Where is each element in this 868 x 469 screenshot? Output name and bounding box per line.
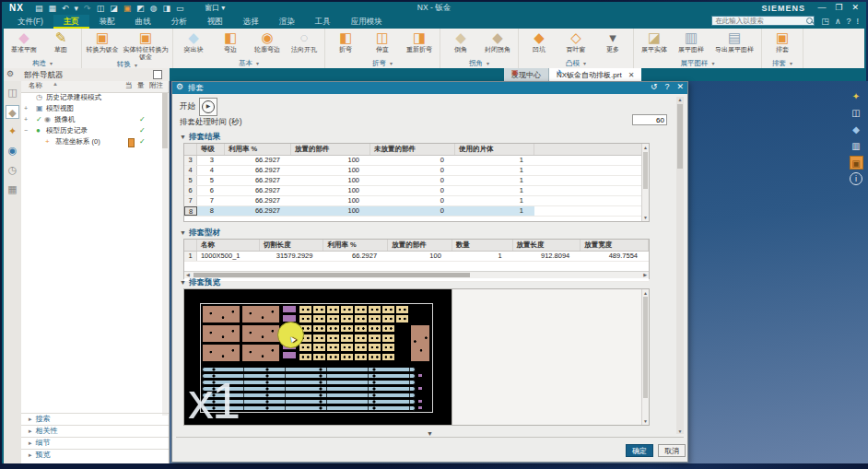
ribbon-button-1-2[interactable]: ✎草图 (43, 29, 78, 53)
ribbon-button-4-1[interactable]: ◧折弯 (328, 29, 363, 53)
dialog-scrollbar[interactable]: ▲▼ (676, 97, 684, 434)
ribbon-button-3-2[interactable]: ◧弯边 (213, 29, 248, 53)
part-navigator-icon[interactable]: ◆ (6, 105, 19, 119)
preview-scrollbar[interactable]: ▲▼ (641, 289, 649, 425)
ribbon-button-6-1[interactable]: ◆凹坑 (522, 29, 557, 53)
table-scrollbar[interactable]: ▲▼ (641, 144, 649, 221)
column-header[interactable]: 放置的部件 (388, 240, 452, 251)
tree-row-5[interactable]: +基准坐标系 (0)✓ (21, 136, 169, 147)
results-section-header[interactable]: ▼排套结果 (180, 132, 220, 143)
dialog-titlebar[interactable]: ⚙ 排套 ↺ ? ✕ (172, 82, 687, 94)
document-tab-2[interactable]: ✈NX钣金自动排板.prt✕ (549, 68, 641, 81)
minimize-button[interactable]: — (817, 3, 826, 12)
constraint-navigator-icon[interactable]: ✦ (6, 124, 19, 138)
nesting-panel-icon[interactable]: ▣ (850, 156, 863, 170)
navigator-section-3[interactable]: ▸细节 (21, 437, 169, 449)
ribbon-button-7-3[interactable]: ▤导出展平图样 (710, 29, 758, 53)
ribbon-button-5-2[interactable]: ◆封闭拐角 (480, 29, 515, 53)
navigator-section-2[interactable]: ▸相关性 (21, 425, 169, 437)
column-header[interactable]: 未放置的部件 (370, 144, 455, 155)
group-dialog-launcher-icon[interactable]: ▾ (50, 60, 53, 66)
gear-icon[interactable]: ⚙ (6, 69, 14, 78)
expand-icon[interactable]: ◳ (821, 17, 829, 26)
ok-button[interactable]: 确定 (626, 444, 653, 457)
preview-section-header[interactable]: ▼排套预览 (180, 277, 220, 288)
navigator-section-4[interactable]: ▸预览 (21, 449, 169, 461)
menu-tab-9[interactable]: 工具 (305, 15, 341, 29)
effects-icon[interactable]: ✦ (850, 89, 863, 103)
cancel-button[interactable]: 取消 (658, 444, 686, 457)
tree-expander-icon[interactable]: + (24, 103, 31, 114)
tab-close-icon[interactable]: ✕ (628, 71, 635, 79)
web-browser-icon[interactable]: ◉ (6, 144, 19, 158)
profiles-section-header[interactable]: ▼排套型材 (180, 228, 220, 239)
command-search-input[interactable] (711, 16, 815, 26)
help-icon[interactable]: ? (846, 17, 850, 26)
alert-icon[interactable]: ! (856, 17, 859, 26)
minimize-ribbon-icon[interactable]: ∧ (835, 17, 841, 26)
group-dialog-launcher-icon[interactable]: ▾ (390, 60, 393, 66)
dialog-help-button[interactable]: ? (664, 82, 669, 91)
column-header[interactable]: 利用率 % (323, 240, 388, 251)
column-header[interactable]: 等级 (197, 144, 225, 155)
table-row[interactable]: 6666.292710001 (184, 186, 649, 196)
document-tab-1[interactable]: ▣发现中心 (504, 68, 549, 81)
table-row[interactable]: 3366.292710001 (184, 156, 649, 166)
ribbon-button-3-1[interactable]: ◆突出块 (176, 29, 211, 53)
ribbon-button-5-1[interactable]: ◆倒角 (443, 29, 478, 53)
menu-tab-7[interactable]: 选择 (233, 15, 269, 29)
group-dialog-launcher-icon[interactable]: ▾ (135, 62, 137, 68)
column-header[interactable]: 数量 (452, 240, 513, 251)
profiles-table[interactable]: 名称切割长度利用率 %放置的部件数量放置长度放置宽度11000X500_1315… (183, 239, 650, 279)
ribbon-button-3-4[interactable]: ◌法向开孔 (287, 29, 322, 53)
group-dialog-launcher-icon[interactable]: ▾ (583, 60, 586, 66)
info-icon[interactable]: i (850, 172, 862, 185)
menu-tab-5[interactable]: 分析 (161, 15, 197, 29)
graphics-window[interactable]: ✦◫◆▥▣i ⚙ 排套 ↺ ? ✕ 开始 ▶ 排套处理时间 (秒) (170, 81, 868, 463)
ribbon-button-6-3[interactable]: ▾更多 (595, 29, 630, 53)
results-table[interactable]: 等级利用率 %放置的部件未放置的部件使用的片体3366.292710001446… (183, 143, 650, 222)
column-header[interactable]: 切割长度 (260, 240, 324, 251)
menu-tab-1[interactable]: 文件(F) (7, 15, 53, 29)
menu-tab-6[interactable]: 视图 (197, 15, 233, 29)
tree-row-3[interactable]: +✓◉摄像机✓ (21, 114, 169, 125)
dialog-collapse-chevron[interactable]: ▼ (172, 430, 687, 437)
group-dialog-launcher-icon[interactable]: ▾ (487, 60, 489, 66)
nesting-preview[interactable]: ▲ x1 ▲▼ (183, 288, 650, 426)
tree-expander-icon[interactable]: + (24, 114, 31, 125)
column-header[interactable]: 利用率 % (225, 144, 291, 155)
table-row[interactable]: 4466.292710001 (184, 166, 649, 176)
ribbon-button-2-1[interactable]: ▣转换为钣金 (85, 29, 120, 53)
time-input[interactable] (632, 114, 667, 125)
menu-tab-10[interactable]: 应用模块 (341, 15, 393, 29)
undock-icon[interactable] (153, 70, 162, 79)
preview-canvas[interactable]: ▲ x1 (184, 289, 452, 425)
column-header[interactable]: 放置的部件 (291, 144, 370, 155)
table-row[interactable]: 5566.292710001 (184, 176, 649, 186)
navigator-section-1[interactable]: ▸搜索 (21, 413, 169, 425)
ribbon-button-7-2[interactable]: ▥展平图样 (674, 29, 709, 53)
table-row[interactable]: 11000X500_131579.292966.29271001912.8094… (184, 252, 649, 262)
table-hscrollbar[interactable]: ◀▶ (184, 271, 649, 278)
group-dialog-launcher-icon[interactable]: ▾ (790, 60, 792, 66)
datum-display-icon[interactable]: ◆ (850, 123, 863, 136)
history-palette-icon[interactable]: ◷ (6, 163, 19, 177)
maximize-button[interactable]: ❐ (835, 3, 842, 12)
ribbon-button-4-3[interactable]: ◨重新折弯 (402, 29, 437, 53)
tree-row-1[interactable]: ◷历史记录建模模式 (21, 92, 169, 103)
column-header[interactable]: 放置宽度 (581, 240, 649, 251)
assembly-navigator-icon[interactable]: ◫ (6, 86, 19, 100)
tree-expander-icon[interactable]: − (24, 125, 31, 136)
table-row[interactable]: 8866.292710001 (184, 206, 649, 217)
ribbon-button-1-1[interactable]: ◆基准平面 (6, 29, 41, 53)
ribbon-button-6-2[interactable]: ◇百叶窗 (558, 29, 593, 53)
dialog-reset-button[interactable]: ↺ (651, 82, 658, 91)
dialog-close-button[interactable]: ✕ (676, 82, 684, 91)
group-dialog-launcher-icon[interactable]: ▾ (256, 60, 259, 66)
ribbon-button-7-1[interactable]: ◪展平实体 (637, 29, 672, 53)
close-button[interactable]: ✕ (851, 3, 859, 12)
group-dialog-launcher-icon[interactable]: ▾ (711, 60, 714, 66)
tree-row-4[interactable]: −●模型历史记录✓ (21, 125, 169, 136)
ribbon-button-4-2[interactable]: ◫伸直 (365, 29, 400, 53)
clone-window-icon[interactable]: ◫ (850, 106, 863, 120)
